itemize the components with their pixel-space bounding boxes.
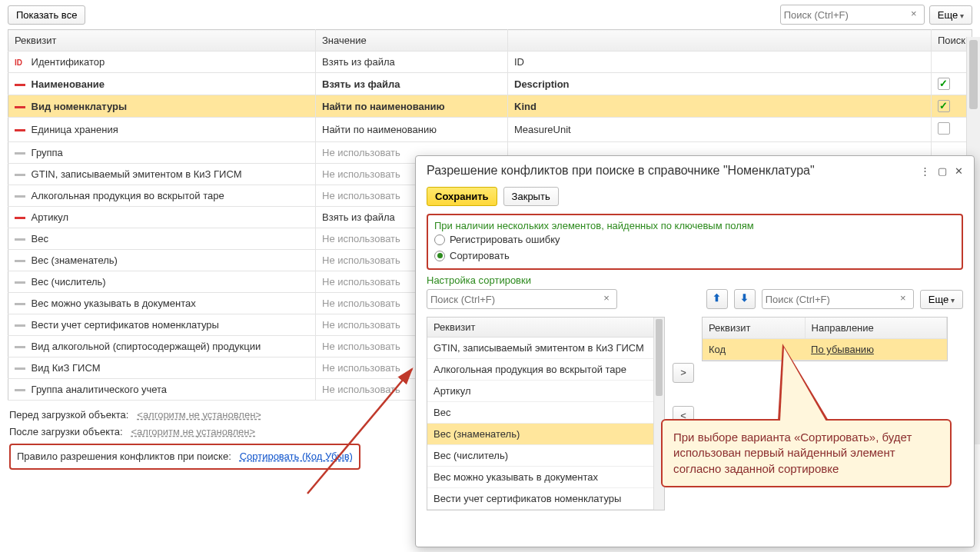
kebab-icon[interactable]: ⋮: [920, 165, 930, 177]
close-icon[interactable]: ✕: [955, 165, 963, 177]
maximize-icon[interactable]: ▢: [938, 165, 947, 177]
clear-icon[interactable]: ×: [600, 292, 613, 306]
list-item[interactable]: Вести учет сертификатов номенклатуры: [427, 488, 664, 510]
dialog-title: Разрешение конфликтов при поиске в справ…: [427, 164, 920, 178]
search-right[interactable]: ×: [762, 289, 914, 309]
sort-col-dir[interactable]: Направление: [805, 318, 946, 339]
section-heading: При наличии нескольких элементов, найден…: [434, 220, 955, 231]
close-button[interactable]: Закрыть: [503, 187, 559, 206]
before-load-label: Перед загрузкой объекта:: [9, 409, 128, 421]
sort-col-rekv[interactable]: Реквизит: [703, 318, 805, 339]
list-item[interactable]: GTIN, записываемый эмитентом в КиЗ ГИСМ: [427, 338, 664, 359]
clear-search-icon[interactable]: ×: [907, 8, 921, 22]
table-row[interactable]: НаименованиеВзять из файлаDescription✓: [8, 73, 972, 95]
show-all-button[interactable]: Показать все: [8, 5, 85, 25]
table-row[interactable]: Единица храненияНайти по наименованиюMea…: [8, 118, 972, 142]
search-field[interactable]: [784, 9, 907, 21]
add-button[interactable]: >: [673, 363, 694, 383]
callout-annotation: При выборе варианта «Сортировать», будет…: [661, 419, 952, 487]
search-input-top[interactable]: ×: [780, 5, 925, 25]
more-button-top[interactable]: Еще: [929, 5, 972, 25]
move-up-button[interactable]: ⬆: [706, 289, 728, 309]
list-item[interactable]: Вес: [427, 402, 664, 424]
checkbox-icon[interactable]: ✓: [938, 78, 950, 90]
list-item[interactable]: Артикул: [427, 381, 664, 402]
list-item[interactable]: Вес (знаменатель): [427, 424, 664, 445]
checkbox-icon[interactable]: ✓: [938, 100, 950, 112]
available-attributes-list: Реквизит GTIN, записываемый эмитентом в …: [427, 317, 665, 510]
move-down-button[interactable]: ⬇: [734, 289, 756, 309]
radio-sort[interactable]: Сортировать: [434, 248, 955, 264]
table-row[interactable]: ID ИдентификаторВзять из файлаID: [8, 52, 972, 73]
list-item[interactable]: Вес можно указывать в документах: [427, 467, 664, 488]
before-load-link[interactable]: <алгоритм не установлен>: [137, 409, 261, 421]
conflict-rule-link[interactable]: Сортировать (Код Убыв): [240, 451, 353, 462]
list-item[interactable]: Алкогольная продукция во вскрытой таре: [427, 359, 664, 381]
conflict-rule-label: Правило разрешения конфликтов при поиске…: [17, 451, 231, 462]
conflict-dialog: Разрешение конфликтов при поиске в справ…: [415, 155, 975, 547]
after-load-label: После загрузки объекта:: [9, 426, 123, 437]
col-rekvizit[interactable]: Реквизит: [8, 30, 316, 52]
col-source[interactable]: [508, 30, 932, 52]
checkbox-icon[interactable]: [938, 122, 950, 135]
after-load-link[interactable]: <алгоритм не установлен>: [131, 426, 255, 437]
radio-register-error[interactable]: Регистрировать ошибку: [434, 231, 955, 248]
sort-settings-label: Настройка сортировки: [427, 274, 963, 286]
list-item[interactable]: Вес (числитель): [427, 445, 664, 467]
more-button-dlg[interactable]: Еще: [920, 290, 963, 309]
search-left[interactable]: ×: [427, 289, 617, 309]
clear-icon[interactable]: ×: [896, 292, 910, 306]
table-row[interactable]: Вид номенклатурыНайти по наименованиюKin…: [8, 95, 972, 118]
col-value[interactable]: Значение: [316, 30, 508, 52]
save-button[interactable]: Сохранить: [427, 187, 497, 206]
list-header-left[interactable]: Реквизит: [427, 318, 664, 338]
